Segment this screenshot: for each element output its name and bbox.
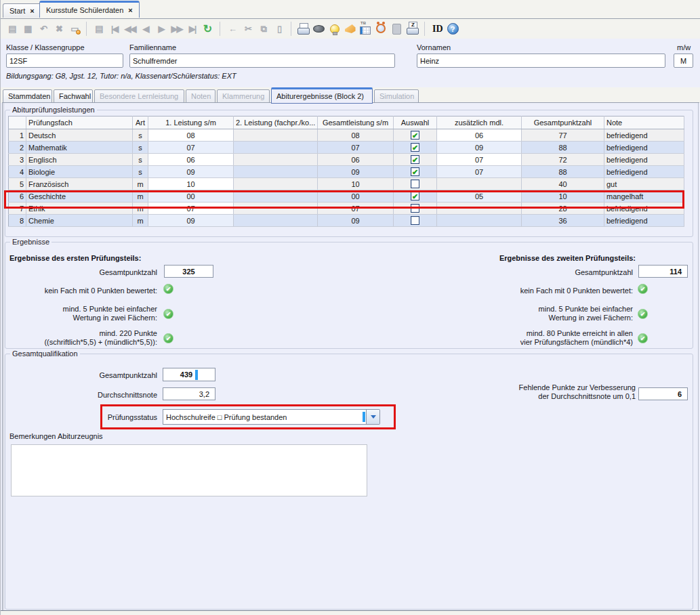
cell-fach: Englisch bbox=[26, 154, 133, 166]
cell-zusatz[interactable]: 09 bbox=[437, 142, 522, 154]
hint-bulb-icon[interactable] bbox=[327, 22, 342, 36]
cell-zusatz[interactable]: 05 bbox=[437, 190, 522, 203]
tab-kursstufe-schuelerdaten[interactable]: Kursstufe Schülerdaten × bbox=[39, 1, 140, 18]
cell-zusatz bbox=[437, 178, 522, 190]
cell-l1[interactable]: 09 bbox=[148, 215, 234, 227]
table-row-französisch[interactable]: 5Französischm101040gut bbox=[9, 178, 684, 190]
cell-note: befriedigend bbox=[604, 154, 684, 166]
cell-l1[interactable]: 09 bbox=[148, 166, 234, 178]
auswahl-checkbox[interactable] bbox=[411, 167, 419, 176]
disc-icon bbox=[312, 22, 326, 36]
pruefungsstatus-combobox[interactable]: Hochschulreife □ Prüfung bestanden bbox=[163, 409, 380, 425]
klasse-label: Klasse / Klassengruppe bbox=[6, 43, 85, 51]
cell-punkte: 88 bbox=[522, 166, 604, 178]
cell-l1[interactable]: 10 bbox=[148, 178, 234, 190]
table-row-englisch[interactable]: 3Englischs06060772befriedigend bbox=[9, 154, 684, 166]
id-button[interactable]: ID bbox=[429, 24, 447, 35]
cell-punkte: 28 bbox=[522, 203, 604, 215]
auswahl-checkbox[interactable] bbox=[411, 204, 419, 213]
cell-l1[interactable]: 07 bbox=[148, 142, 234, 154]
group-abiturpruefungsleistungen-legend: Abiturprüfungsleistungen bbox=[10, 106, 97, 114]
cell-zusatz[interactable]: 06 bbox=[437, 129, 522, 142]
auswahl-checkbox[interactable] bbox=[411, 155, 419, 164]
help-icon[interactable]: ? bbox=[447, 23, 459, 35]
second-check-1-label: kein Fach mit 0 Punkten bewertet: bbox=[457, 287, 633, 295]
back-arrow-icon: ← bbox=[225, 22, 239, 36]
cell-gesamt: 06 bbox=[318, 154, 394, 166]
group-abiturpruefungsleistungen: Abiturprüfungsleistungen PrüfungsfachArt… bbox=[5, 106, 693, 237]
cell-auswahl bbox=[394, 215, 437, 227]
cell-l2 bbox=[234, 215, 318, 227]
refresh-icon[interactable]: ↻ bbox=[201, 22, 215, 36]
cell-auswahl bbox=[394, 178, 437, 190]
cell-art: m bbox=[133, 203, 148, 215]
cell-l1[interactable]: 07 bbox=[148, 203, 234, 215]
bildungsgang-info-line: Bildungsgang: G8, Jgst. 12, Tutor: n/a, … bbox=[6, 72, 236, 80]
second-part-points-value: 114 bbox=[638, 265, 688, 278]
edit-form-icon[interactable]: ▭ bbox=[67, 22, 81, 36]
table-row-ethik[interactable]: 7Ethikm070728befriedigend bbox=[9, 203, 684, 215]
cell-art: s bbox=[133, 142, 148, 154]
column-header-gesamt: Gesamtleistung s/m bbox=[318, 116, 394, 129]
print-z-icon[interactable] bbox=[405, 22, 419, 36]
table-row-deutsch[interactable]: 1Deutschs08080677befriedigend bbox=[9, 129, 684, 142]
text-caret bbox=[363, 412, 365, 422]
cell-l2 bbox=[234, 142, 318, 154]
nav-prev-fast-icon: ◀◀ bbox=[123, 22, 137, 36]
cell-auswahl bbox=[394, 166, 437, 178]
cell-note: gut bbox=[604, 178, 684, 190]
cell-l1[interactable]: 00 bbox=[148, 190, 234, 203]
gesamtpunktzahl-label: Gesamtpunktzahl bbox=[8, 371, 157, 380]
auswahl-checkbox[interactable] bbox=[411, 131, 419, 140]
first-check-2-label: mind. 5 Punkte bei einfacher Wertung in … bbox=[8, 305, 157, 322]
cell-punkte: 40 bbox=[522, 178, 604, 190]
abitur-results-table: PrüfungsfachArt1. Leistung s/m2. Leistun… bbox=[8, 116, 684, 227]
geschlecht-input[interactable] bbox=[674, 54, 693, 68]
horn-icon[interactable] bbox=[343, 22, 357, 36]
tab-abiturergebnisse[interactable]: Abiturergebnisse (Block 2) bbox=[271, 87, 373, 104]
cell-punkte: 10 bbox=[522, 190, 604, 203]
alarm-clock-icon[interactable] bbox=[374, 22, 388, 36]
cell-note: mangelhaft bbox=[604, 190, 684, 203]
auswahl-checkbox[interactable] bbox=[411, 143, 419, 152]
tab-kursstufe-close-icon[interactable]: × bbox=[128, 6, 132, 14]
first-check-3-label: mind. 220 Punkte ((schriftlich*5,5) + (m… bbox=[8, 329, 157, 347]
undo-icon: ↶ bbox=[36, 22, 50, 36]
cell-l1[interactable]: 06 bbox=[148, 154, 234, 166]
table-row-mathematik[interactable]: 2Mathematiks07070988befriedigend bbox=[9, 142, 684, 154]
auswahl-checkbox[interactable] bbox=[411, 179, 419, 188]
cell-art: m bbox=[133, 190, 148, 203]
klasse-input[interactable] bbox=[6, 54, 123, 68]
cell-l1[interactable]: 08 bbox=[148, 129, 234, 142]
familienname-input[interactable] bbox=[129, 54, 395, 68]
print-icon[interactable] bbox=[296, 22, 310, 36]
nav-next-fast-icon: ▶▶ bbox=[169, 22, 184, 36]
tab-start[interactable]: Start × bbox=[3, 3, 41, 18]
cell-art: s bbox=[133, 154, 148, 166]
cell-art: m bbox=[133, 178, 148, 190]
timetable-icon[interactable] bbox=[358, 22, 373, 36]
bemerkungen-textarea[interactable] bbox=[11, 444, 367, 496]
tab-start-close-icon[interactable]: × bbox=[30, 7, 34, 15]
vornamen-input[interactable] bbox=[417, 54, 665, 68]
cell-zusatz[interactable]: 07 bbox=[437, 166, 522, 178]
auswahl-checkbox[interactable] bbox=[411, 192, 419, 200]
second-check-2-label: mind. 5 Punkte bei einfacher Wertung in … bbox=[457, 305, 633, 322]
fehlende-punkte-label: Fehlende Punkte zur Verbesserung der Dur… bbox=[453, 383, 636, 401]
table-row-chemie[interactable]: 8Chemiem090936befriedigend bbox=[9, 215, 684, 227]
auswahl-checkbox[interactable] bbox=[411, 216, 419, 225]
toolbar-separator bbox=[291, 22, 291, 36]
pruefungsstatus-dropdown-button[interactable] bbox=[367, 409, 380, 425]
table-row-geschichte[interactable]: 6Geschichtem00000510mangelhaft bbox=[9, 190, 684, 203]
tab-stammdaten[interactable]: Stammdaten bbox=[3, 89, 52, 103]
cell-l2 bbox=[234, 190, 318, 203]
tab-noten: Noten bbox=[186, 89, 215, 103]
nav-next-icon: ▶ bbox=[154, 22, 168, 36]
gesamtpunktzahl-field[interactable]: 439 bbox=[163, 368, 215, 381]
tab-fachwahl[interactable]: Fachwahl bbox=[54, 89, 93, 103]
pruefungsstatus-field[interactable]: Hochschulreife □ Prüfung bestanden bbox=[163, 409, 367, 425]
durchschnittsnote-label: Durchschnittsnote bbox=[8, 391, 157, 400]
cell-zusatz[interactable]: 07 bbox=[437, 154, 522, 166]
table-row-biologie[interactable]: 4Biologies09090788befriedigend bbox=[9, 166, 684, 178]
cell-zusatz bbox=[437, 203, 522, 215]
